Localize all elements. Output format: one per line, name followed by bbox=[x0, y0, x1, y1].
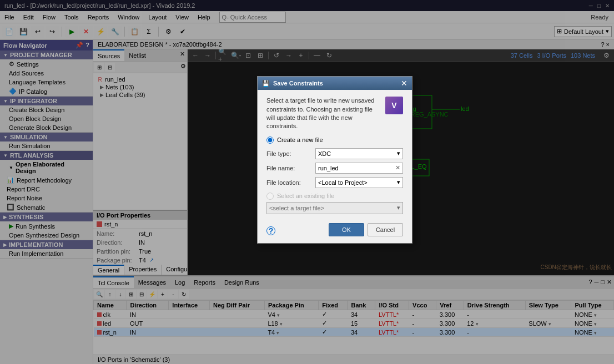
dialog-footer: ? OK Cancel bbox=[258, 221, 412, 243]
file-location-value: <Local to Project> bbox=[318, 179, 368, 186]
dialog-title: 💾 Save Constraints bbox=[262, 80, 323, 87]
dialog-title-text: Save Constraints bbox=[273, 80, 323, 87]
dialog-titlebar: 💾 Save Constraints ✕ bbox=[258, 77, 412, 90]
file-type-field: File type: XDC ▾ bbox=[266, 148, 403, 159]
select-existing-radio[interactable] bbox=[266, 193, 274, 200]
select-existing-label: Select an existing file bbox=[277, 193, 334, 199]
file-location-label: File location: bbox=[266, 179, 311, 186]
file-type-select[interactable]: XDC ▾ bbox=[315, 148, 403, 159]
file-location-select[interactable]: <Local to Project> ▾ bbox=[315, 177, 403, 188]
dialog-body: Select a target file to write new unsave… bbox=[258, 90, 412, 221]
create-new-label: Create a new file bbox=[277, 136, 323, 143]
file-type-chevron: ▾ bbox=[397, 150, 400, 157]
file-location-chevron: ▾ bbox=[397, 179, 400, 186]
dialog-buttons: OK Cancel bbox=[329, 223, 403, 236]
target-placeholder: <select a target file> bbox=[269, 205, 324, 211]
create-new-file-option[interactable]: Create a new file bbox=[266, 136, 403, 144]
file-name-field: File name: ✕ bbox=[266, 163, 403, 174]
dialog-ok-button[interactable]: OK bbox=[329, 223, 364, 236]
save-constraints-dialog: 💾 Save Constraints ✕ Select a target fil… bbox=[257, 76, 412, 244]
file-type-value: XDC bbox=[318, 150, 331, 157]
dialog-icon: 💾 bbox=[262, 80, 270, 87]
create-new-radio[interactable] bbox=[266, 136, 274, 144]
file-name-clear-icon[interactable]: ✕ bbox=[395, 164, 400, 171]
dialog-overlay[interactable]: 💾 Save Constraints ✕ Select a target fil… bbox=[0, 0, 614, 364]
dialog-help-button[interactable]: ? bbox=[266, 226, 275, 235]
target-chevron: ▾ bbox=[397, 204, 400, 211]
dialog-close-button[interactable]: ✕ bbox=[401, 79, 407, 88]
target-file-select: <select a target file> ▾ bbox=[266, 202, 403, 214]
file-name-input[interactable] bbox=[318, 165, 392, 171]
file-location-field: File location: <Local to Project> ▾ bbox=[266, 177, 403, 188]
dialog-vivado-logo: V bbox=[385, 97, 403, 114]
select-existing-option[interactable]: Select an existing file bbox=[266, 193, 403, 200]
file-type-label: File type: bbox=[266, 150, 311, 157]
file-name-label: File name: bbox=[266, 165, 311, 171]
file-name-input-container[interactable]: ✕ bbox=[315, 163, 403, 174]
dialog-description: Select a target file to write new unsave… bbox=[266, 97, 381, 131]
dialog-cancel-button[interactable]: Cancel bbox=[368, 223, 403, 236]
vivado-logo-text: V bbox=[391, 101, 396, 110]
